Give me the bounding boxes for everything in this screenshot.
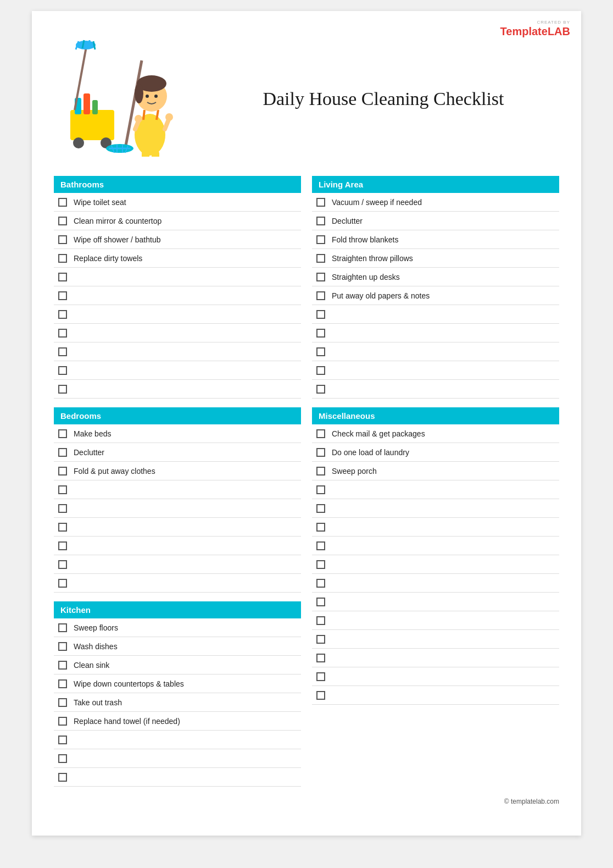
checkbox[interactable] (316, 347, 325, 356)
checkbox[interactable] (316, 504, 325, 513)
section-living-area: Living Area Vacuum / sweep if neededDecl… (312, 176, 559, 399)
checkbox[interactable] (316, 385, 325, 394)
checkbox[interactable] (58, 467, 67, 476)
checkbox[interactable] (316, 541, 325, 550)
item-text: Straighten throw pillows (332, 254, 413, 263)
item-text (74, 366, 76, 375)
list-item (54, 480, 301, 499)
item-text (332, 654, 334, 662)
list-item (54, 342, 301, 361)
list-item (312, 667, 559, 686)
checkbox[interactable] (316, 654, 325, 662)
list-item: Wipe toilet seat (54, 193, 301, 212)
checkbox[interactable] (58, 235, 67, 244)
header-area: Daily House Cleaning Checklist (54, 38, 559, 159)
item-text (332, 523, 334, 532)
checkbox[interactable] (316, 616, 325, 625)
list-item (54, 555, 301, 574)
checkbox[interactable] (316, 429, 325, 438)
list-item (312, 480, 559, 499)
checkbox[interactable] (58, 754, 67, 763)
list-item (312, 611, 559, 630)
checkbox[interactable] (58, 254, 67, 263)
right-column: Living Area Vacuum / sweep if neededDecl… (312, 176, 559, 787)
checkbox[interactable] (316, 235, 325, 244)
svg-point-22 (165, 113, 173, 121)
list-item (54, 499, 301, 518)
brand-template: Template (500, 25, 548, 37)
checkbox[interactable] (58, 773, 67, 782)
checkbox[interactable] (58, 523, 67, 532)
item-text (74, 754, 76, 763)
checkbox[interactable] (58, 698, 67, 707)
checkbox[interactable] (316, 523, 325, 532)
list-item: Straighten throw pillows (312, 249, 559, 268)
checkbox[interactable] (316, 291, 325, 300)
checkbox[interactable] (58, 347, 67, 356)
brand-lab: LAB (548, 25, 570, 37)
checkbox[interactable] (58, 504, 67, 513)
section-bathrooms: Bathrooms Wipe toilet seatClean mirror &… (54, 176, 301, 399)
list-item (312, 686, 559, 705)
checkbox[interactable] (58, 579, 67, 588)
checkbox[interactable] (316, 329, 325, 338)
checkbox[interactable] (58, 429, 67, 438)
checkbox[interactable] (316, 635, 325, 644)
checkbox[interactable] (316, 254, 325, 263)
list-item (54, 268, 301, 286)
list-item (312, 630, 559, 649)
checkbox[interactable] (58, 541, 67, 550)
checkbox[interactable] (58, 679, 67, 688)
checkbox[interactable] (316, 560, 325, 569)
item-text (332, 485, 334, 494)
checkbox[interactable] (58, 273, 67, 281)
item-text: Make beds (74, 429, 111, 438)
checkbox[interactable] (58, 198, 67, 207)
checkbox[interactable] (316, 273, 325, 281)
checkbox[interactable] (58, 736, 67, 744)
checkbox[interactable] (316, 448, 325, 457)
item-text (332, 385, 334, 394)
list-item: Check mail & get packages (312, 424, 559, 443)
checkbox[interactable] (58, 642, 67, 651)
checkbox[interactable] (316, 598, 325, 606)
item-text: Fold & put away clothes (74, 467, 155, 476)
checkbox[interactable] (316, 198, 325, 207)
checkbox[interactable] (58, 485, 67, 494)
checkbox[interactable] (58, 366, 67, 375)
checkbox[interactable] (58, 329, 67, 338)
brand-name: TemplateLAB (500, 25, 570, 37)
item-text (74, 273, 76, 281)
list-item (312, 574, 559, 593)
svg-point-27 (146, 95, 149, 98)
item-text (74, 485, 76, 494)
checkbox[interactable] (316, 366, 325, 375)
checkbox[interactable] (316, 467, 325, 476)
checkbox[interactable] (58, 560, 67, 569)
page-title: Daily House Cleaning Checklist (208, 89, 559, 109)
checkbox[interactable] (58, 385, 67, 394)
list-item (54, 749, 301, 768)
item-text (74, 291, 76, 300)
list-item (312, 499, 559, 518)
checkbox[interactable] (316, 579, 325, 588)
list-item (312, 324, 559, 342)
item-text (74, 773, 76, 782)
svg-point-1 (73, 137, 84, 148)
checkbox[interactable] (58, 217, 67, 225)
checkbox[interactable] (58, 310, 67, 319)
checkbox[interactable] (316, 485, 325, 494)
checkbox[interactable] (58, 717, 67, 726)
checkbox[interactable] (58, 291, 67, 300)
checkbox[interactable] (316, 310, 325, 319)
checkbox[interactable] (316, 217, 325, 225)
checkbox[interactable] (58, 448, 67, 457)
item-text (74, 310, 76, 319)
section-bedrooms: Bedrooms Make bedsDeclutterFold & put aw… (54, 407, 301, 593)
list-item: Fold & put away clothes (54, 462, 301, 480)
checkbox[interactable] (58, 661, 67, 670)
checkbox[interactable] (316, 672, 325, 681)
checkbox[interactable] (58, 623, 67, 632)
item-text: Put away old papers & notes (332, 291, 430, 300)
checkbox[interactable] (316, 691, 325, 700)
